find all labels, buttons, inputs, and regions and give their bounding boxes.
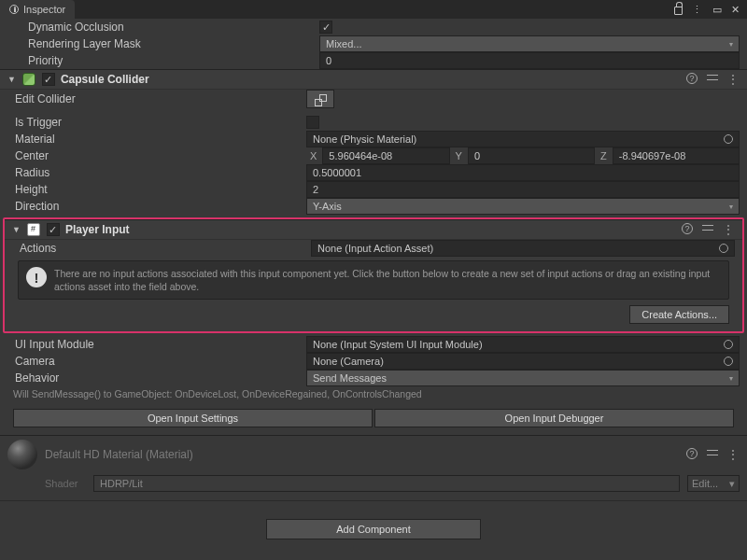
prop-label: UI Input Module [15,338,306,351]
prop-is-trigger: Is Trigger [0,114,747,131]
prop-priority: Priority 0 [0,52,747,69]
close-icon[interactable]: ✕ [731,4,740,16]
behavior-dropdown[interactable]: Send Messages▾ [306,370,740,386]
prop-label: Behavior [15,371,306,385]
info-icon [9,5,19,14]
info-icon: ! [26,267,47,287]
shader-dropdown[interactable]: HDRP/Lit [93,475,680,492]
prop-actions: Actions None (Input Action Asset) [5,240,742,257]
material-preview-icon [7,440,37,469]
info-box: ! There are no input actions associated … [18,260,729,300]
is-trigger-checkbox[interactable] [306,116,319,129]
open-input-settings-button[interactable]: Open Input Settings [13,409,373,427]
script-icon [27,223,40,236]
prop-rendering-layer-mask: Rendering Layer Mask Mixed...▾ [0,35,747,52]
direction-dropdown[interactable]: Y-Axis▾ [306,198,740,215]
prop-label: Dynamic Occlusion [28,21,319,34]
prop-label: Actions [20,242,311,255]
preset-icon[interactable] [707,73,718,82]
component-menu-icon[interactable]: ⋮ [727,448,740,461]
object-picker-icon[interactable] [719,244,728,253]
component-enabled-checkbox[interactable] [47,223,60,236]
object-picker-icon[interactable] [724,357,733,366]
shader-edit-dropdown[interactable]: Edit...▾ [687,475,740,492]
tab-bar: Inspector ⋮ ▭ ✕ [0,0,747,19]
preset-icon[interactable] [702,223,713,232]
camera-field[interactable]: None (Camera) [306,353,740,370]
prop-direction: Direction Y-Axis▾ [0,198,747,215]
edit-collider-button[interactable] [306,90,334,108]
dynamic-occlusion-checkbox[interactable] [319,21,332,34]
object-picker-icon[interactable] [724,340,733,349]
prop-dynamic-occlusion: Dynamic Occlusion [0,19,747,35]
info-message: There are no input actions associated wi… [54,267,721,293]
open-input-debugger-button[interactable]: Open Input Debugger [374,409,734,427]
inspector-tab[interactable]: Inspector [0,0,75,19]
prop-label: Is Trigger [15,116,306,129]
prop-center: Center X5.960464e-08 Y0 Z-8.940697e-08 [0,147,747,164]
window-buttons: ⋮ ▭ ✕ [674,0,747,19]
component-menu-icon[interactable]: ⋮ [723,223,735,236]
prop-behavior: Behavior Send Messages▾ [0,370,747,386]
component-enabled-checkbox[interactable] [42,73,55,86]
add-component-button[interactable]: Add Component [266,519,481,539]
shader-row: Shader HDRP/Lit Edit...▾ [0,473,747,499]
player-input-header[interactable]: ▼ Player Input ? ⋮ [5,219,742,240]
height-input[interactable]: 2 [306,181,740,198]
center-z-input[interactable]: -8.940697e-08 [613,147,740,164]
prop-radius: Radius 0.5000001 [0,164,747,181]
chevron-down-icon: ▾ [729,374,733,383]
prop-camera: Camera None (Camera) [0,353,747,370]
axis-label-x: X [306,150,320,161]
preset-icon[interactable] [707,448,718,457]
foldout-icon: ▼ [12,225,21,234]
radius-input[interactable]: 0.5000001 [306,164,740,181]
tab-title: Inspector [23,4,65,15]
component-menu-icon[interactable]: ⋮ [727,73,740,86]
shader-label: Shader [45,478,86,489]
rendering-layer-mask-dropdown[interactable]: Mixed...▾ [319,35,740,52]
prop-label: Camera [15,355,306,368]
foldout-icon: ▼ [7,75,16,84]
player-input-highlight: ▼ Player Input ? ⋮ Actions None (Input A… [3,217,744,333]
component-title: Player Input [65,223,676,236]
priority-input[interactable]: 0 [319,52,740,69]
material-header[interactable]: Default HD Material (Material) ? ⋮ [0,435,747,473]
prop-label: Priority [28,54,319,67]
prop-height: Height 2 [0,181,747,198]
material-title: Default HD Material (Material) [45,448,679,461]
maximize-icon[interactable]: ▭ [712,4,722,16]
prop-edit-collider: Edit Collider [0,90,747,108]
create-actions-button[interactable]: Create Actions... [629,305,729,324]
chevron-down-icon: ▾ [729,478,735,490]
help-icon[interactable]: ? [686,73,698,84]
axis-label-y: Y [452,150,466,161]
object-picker-icon[interactable] [724,134,733,144]
chevron-down-icon: ▾ [729,40,733,49]
prop-label: Height [15,183,306,196]
prop-material: Material None (Physic Material) [0,131,747,147]
capsule-collider-header[interactable]: ▼ Capsule Collider ? ⋮ [0,69,747,90]
prop-label: Direction [15,200,306,213]
prop-label: Edit Collider [15,92,306,105]
component-title: Capsule Collider [61,73,681,86]
help-icon[interactable]: ? [682,223,693,234]
help-icon[interactable]: ? [686,448,698,459]
prop-label: Rendering Layer Mask [28,37,319,50]
actions-field[interactable]: None (Input Action Asset) [311,240,735,257]
material-field[interactable]: None (Physic Material) [306,131,740,147]
prop-label: Center [15,149,306,162]
sendmessage-note: Will SendMessage() to GameObject: OnDevi… [0,386,747,405]
edit-collider-icon [315,93,326,105]
lock-icon[interactable] [674,7,683,15]
tab-menu-icon[interactable]: ⋮ [692,4,703,16]
capsule-collider-icon [22,73,35,86]
ui-input-module-field[interactable]: None (Input System UI Input Module) [306,336,740,353]
prop-ui-input-module: UI Input Module None (Input System UI In… [0,336,747,353]
axis-label-z: Z [597,150,611,161]
chevron-down-icon: ▾ [729,203,733,211]
center-x-input[interactable]: 5.960464e-08 [322,147,449,164]
prop-label: Material [15,133,306,146]
center-y-input[interactable]: 0 [468,147,595,164]
prop-label: Radius [15,166,306,179]
